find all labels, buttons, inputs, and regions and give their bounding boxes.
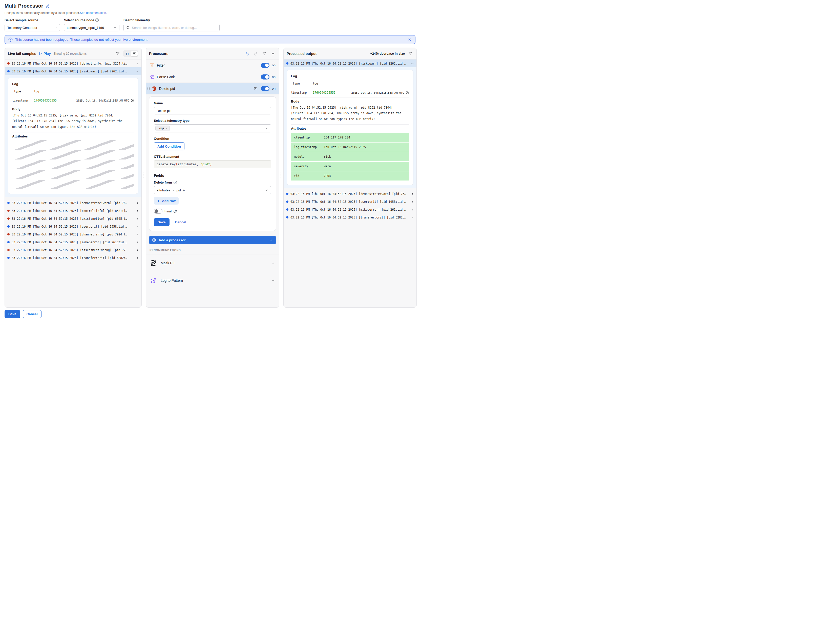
chevron-right-icon bbox=[411, 200, 414, 203]
chevron-down-icon bbox=[265, 126, 268, 130]
attribute-row: severity warn bbox=[291, 162, 409, 171]
form-save-button[interactable]: Save bbox=[154, 218, 169, 226]
final-toggle[interactable] bbox=[154, 209, 163, 214]
search-icon bbox=[126, 26, 130, 29]
toggle-state: on bbox=[272, 75, 276, 79]
log-row-text: 03:22:16 PM [Thu Oct 16 04:52:15 2025] [… bbox=[291, 62, 409, 65]
name-input[interactable] bbox=[154, 107, 271, 114]
log-row[interactable]: 03:22:16 PM [Thu Oct 16 04:52:15 2025] [… bbox=[5, 215, 141, 222]
recommendation-mask-pii[interactable]: Mask PII bbox=[146, 254, 279, 272]
redo-icon[interactable] bbox=[253, 51, 259, 57]
output-row[interactable]: 03:22:16 PM [Thu Oct 16 04:52:15 2025] [… bbox=[284, 198, 417, 206]
add-row-label: Add row bbox=[162, 199, 176, 203]
drag-handle-icon[interactable] bbox=[147, 87, 150, 90]
output-row-selected[interactable]: 03:22:16 PM [Thu Oct 16 04:52:15 2025] [… bbox=[284, 59, 417, 67]
undo-icon[interactable] bbox=[244, 51, 250, 57]
log-body-text: [Thu Oct 16 04:52:15 2025] [risk:warn] [… bbox=[12, 113, 126, 130]
processor-toggle[interactable] bbox=[261, 74, 270, 80]
filter-icon[interactable] bbox=[261, 51, 267, 57]
sample-source-select[interactable]: Telemetry Generator bbox=[5, 24, 60, 31]
add-condition-button[interactable]: Add Condition bbox=[154, 142, 184, 150]
edit-title-icon[interactable] bbox=[46, 4, 50, 8]
output-row[interactable]: 03:22:16 PM [Thu Oct 16 04:52:15 2025] [… bbox=[284, 206, 417, 213]
list-view-button[interactable] bbox=[131, 51, 137, 56]
help-icon: ? bbox=[96, 19, 99, 22]
add-row-button[interactable]: Add row bbox=[154, 197, 179, 205]
chip-remove-icon[interactable]: × bbox=[166, 126, 168, 130]
ottl-argument: attributes, bbox=[177, 162, 199, 166]
see-documentation-link[interactable]: See documentation. bbox=[80, 11, 107, 15]
log-row[interactable]: 03:22:16 PM [Thu Oct 16 04:52:15 2025] [… bbox=[5, 230, 141, 238]
log-row-text: 03:22:16 PM [Thu Oct 16 04:52:15 2025] [… bbox=[12, 217, 134, 221]
chevron-right-icon bbox=[136, 217, 139, 220]
save-button[interactable]: Save bbox=[5, 310, 20, 318]
add-recommendation-icon[interactable] bbox=[271, 279, 275, 283]
sample-source-label: Select sample source bbox=[5, 18, 60, 22]
column-resize-handle[interactable] bbox=[142, 169, 144, 181]
recommendation-name: Mask PII bbox=[161, 261, 267, 265]
chevron-right-icon bbox=[172, 189, 174, 192]
add-icon[interactable] bbox=[270, 51, 276, 57]
ottl-paren: ) bbox=[210, 162, 212, 166]
log-row[interactable]: 03:22:16 PM [Thu Oct 16 04:52:15 2025] [… bbox=[5, 246, 141, 254]
log-row[interactable]: 03:22:16 PM [Thu Oct 16 04:52:15 2025] [… bbox=[5, 199, 141, 207]
delete-processor-icon[interactable] bbox=[252, 86, 258, 92]
toggle-state: on bbox=[272, 86, 276, 90]
name-label: Name bbox=[154, 101, 271, 105]
log-row[interactable]: 03:22:16 PM [Thu Oct 16 04:52:15 2025] [… bbox=[5, 207, 141, 215]
log-row-selected[interactable]: 03:22:16 PM [Thu Oct 16 04:52:15 2025] [… bbox=[5, 67, 141, 75]
processor-row-parse-grok[interactable]: Parse Grok on bbox=[146, 71, 279, 83]
log-row[interactable]: 03:22:16 PM [Thu Oct 16 04:52:15 2025] [… bbox=[5, 59, 141, 67]
redacted-attribute-row bbox=[12, 170, 134, 179]
chevron-right-icon bbox=[411, 192, 414, 195]
output-detail-expanded: Log _type log timestamp 1760590335555 20… bbox=[284, 67, 417, 188]
path-add-icon[interactable]: + bbox=[183, 188, 185, 192]
delete-from-select[interactable]: attributes pid + bbox=[154, 186, 271, 194]
cancel-button[interactable]: Cancel bbox=[23, 310, 42, 318]
telemetry-type-select[interactable]: Logs × bbox=[154, 124, 271, 133]
log-row[interactable]: 03:22:16 PM [Thu Oct 16 04:52:15 2025] [… bbox=[5, 222, 141, 230]
output-row[interactable]: 03:22:16 PM [Thu Oct 16 04:52:15 2025] [… bbox=[284, 213, 417, 221]
clock-icon[interactable] bbox=[406, 91, 409, 94]
log-row-text: 03:22:16 PM [Thu Oct 16 04:52:15 2025] [… bbox=[291, 208, 409, 211]
json-view-button[interactable]: { } bbox=[124, 51, 131, 56]
recommendation-log-to-pattern[interactable]: Log to Pattern bbox=[146, 272, 279, 289]
form-cancel-button[interactable]: Cancel bbox=[175, 220, 186, 224]
log-row-text: 03:22:16 PM [Thu Oct 16 04:52:15 2025] [… bbox=[12, 209, 134, 213]
chevron-right-icon bbox=[136, 210, 139, 213]
play-button[interactable]: Play bbox=[39, 52, 51, 56]
type-value: log bbox=[34, 90, 39, 93]
processor-row-delete-pid[interactable]: Delete pid on bbox=[146, 83, 279, 94]
ottl-statement-input[interactable]: delete_key(attributes, "pid") bbox=[154, 160, 271, 168]
source-node-value: telemetrygen_input_71d6 bbox=[67, 26, 104, 30]
add-processor-button[interactable]: Add a processor bbox=[149, 236, 276, 244]
page-header: Multi Processor Encapsulates functionali… bbox=[0, 3, 420, 31]
chevron-right-icon bbox=[136, 256, 139, 259]
processor-toggle[interactable] bbox=[261, 63, 270, 68]
processor-toggle[interactable] bbox=[261, 86, 270, 91]
telemetry-chip: Logs × bbox=[155, 126, 170, 131]
clock-icon[interactable] bbox=[131, 99, 134, 102]
subtitle-text: Encapsulates functionality defined by a … bbox=[5, 11, 80, 15]
redacted-attribute-row bbox=[12, 140, 134, 150]
close-icon[interactable] bbox=[408, 38, 412, 42]
source-node-select[interactable]: telemetrygen_input_71d6 bbox=[64, 24, 120, 31]
chevron-right-icon bbox=[136, 233, 139, 236]
processor-name: Delete pid bbox=[159, 86, 175, 91]
log-detail-card: Log _type log timestamp 1760590335555 20… bbox=[8, 78, 138, 194]
search-input[interactable] bbox=[132, 26, 217, 30]
log-row-text: 03:22:16 PM [Thu Oct 16 04:52:15 2025] [… bbox=[12, 233, 134, 236]
chevron-right-icon bbox=[136, 241, 139, 244]
filter-icon[interactable] bbox=[115, 51, 121, 57]
processor-row-filter[interactable]: Filter on bbox=[146, 59, 279, 71]
output-row[interactable]: 03:22:16 PM [Thu Oct 16 04:52:15 2025] [… bbox=[284, 190, 417, 198]
play-label: Play bbox=[43, 52, 51, 56]
log-row[interactable]: 03:22:16 PM [Thu Oct 16 04:52:15 2025] [… bbox=[5, 238, 141, 246]
status-dot bbox=[7, 202, 10, 204]
output-body-text: [Thu Oct 16 04:52:15 2025] [risk:warn] [… bbox=[291, 105, 405, 122]
add-recommendation-icon[interactable] bbox=[271, 261, 275, 265]
log-row[interactable]: 03:22:16 PM [Thu Oct 16 04:52:15 2025] [… bbox=[5, 254, 141, 262]
filter-icon[interactable] bbox=[407, 51, 414, 57]
column-resize-handle[interactable] bbox=[280, 169, 282, 181]
search-box bbox=[123, 24, 220, 31]
